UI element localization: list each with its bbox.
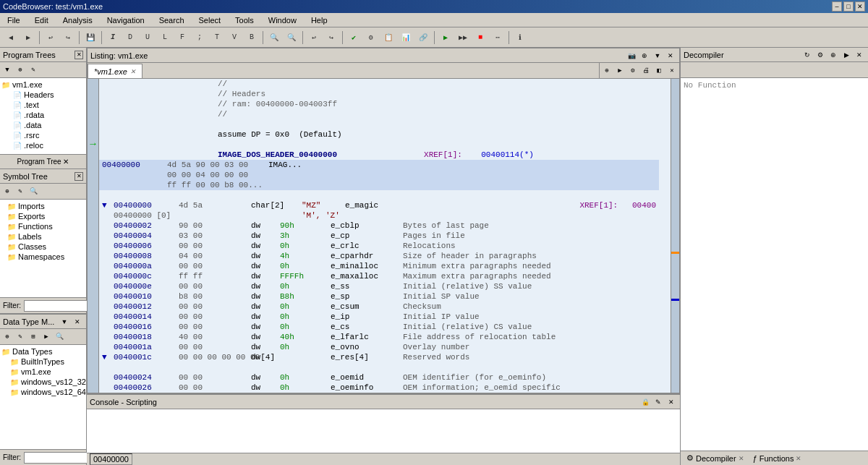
symbol-classes[interactable]: 📁 Classes — [1, 242, 85, 252]
decompiler-tab-functions[interactable]: ƒ Functions ✕ — [750, 453, 805, 464]
dc-btn3[interactable]: ⊕ — [827, 49, 839, 61]
lt-6[interactable]: ✕ — [666, 65, 678, 77]
tb-v[interactable]: V — [226, 30, 242, 46]
tb-redo2[interactable]: ↪ — [323, 30, 339, 46]
symbol-tree-close[interactable]: ✕ — [75, 172, 83, 181]
tab-vm1exe[interactable]: *vm1.exe ✕ — [88, 64, 142, 78]
tab-close-icon[interactable]: ✕ — [130, 68, 136, 75]
symbol-exports[interactable]: 📁 Exports — [1, 211, 85, 221]
menu-select[interactable]: Select — [195, 14, 226, 26]
dt-tb-2[interactable]: ✎ — [14, 331, 26, 343]
console-btn-2[interactable]: ✎ — [652, 396, 664, 408]
dc-btn4[interactable]: ▶ — [841, 49, 852, 61]
code-line: 00 00 04 00 00 00 — [99, 170, 659, 180]
tb-l[interactable]: L — [157, 30, 173, 46]
tree-node-rsrc[interactable]: 📄 .rsrc — [1, 130, 85, 140]
tb-more[interactable]: ⋯ — [490, 30, 506, 46]
dc-tab-close[interactable]: ✕ — [739, 455, 744, 462]
program-trees-close[interactable]: ✕ — [75, 51, 83, 59]
listing-code-area[interactable]: // // Headers // ram: 00400000-004003ff … — [99, 79, 671, 393]
lt-3[interactable]: ⚙ — [627, 65, 639, 77]
tb-img4[interactable]: 🔗 — [415, 30, 431, 46]
dt-tb-1[interactable]: ⊕ — [1, 331, 13, 343]
symbol-functions[interactable]: 📁 Functions — [1, 221, 85, 231]
tb-search2[interactable]: 🔍 — [284, 30, 299, 46]
lt-2[interactable]: ▶ — [614, 65, 626, 77]
pt-tb-2[interactable]: ⊕ — [14, 64, 26, 76]
lt-1[interactable]: ⊕ — [601, 65, 613, 77]
tb-img3[interactable]: 📊 — [398, 30, 414, 46]
tree-node-headers[interactable]: 📄 Headers — [1, 90, 85, 100]
tb-undo2[interactable]: ↩ — [306, 30, 322, 46]
forward-button[interactable]: ▶ — [20, 30, 36, 46]
lt-4[interactable]: 🖨 — [640, 65, 652, 77]
minimize-button[interactable]: – — [832, 1, 842, 12]
save-button[interactable]: 💾 — [82, 30, 98, 46]
menu-window[interactable]: Window — [264, 14, 301, 26]
pt-tb-1[interactable]: ▼ — [1, 64, 13, 76]
menu-search[interactable]: Search — [155, 14, 189, 26]
dt-tb-5[interactable]: 🔍 — [54, 331, 65, 343]
tree-node-data[interactable]: 📄 .data — [1, 120, 85, 130]
tree-node-text[interactable]: 📄 .text — [1, 100, 85, 110]
tree-node-vmexe[interactable]: 📁 vm1.exe — [1, 80, 85, 90]
menu-edit[interactable]: Edit — [30, 14, 53, 26]
maximize-button[interactable]: □ — [843, 1, 854, 12]
dt-node-vs12-32[interactable]: 📁 windows_vs12_32 — [1, 377, 85, 387]
dt-tb-3[interactable]: ⊞ — [27, 331, 39, 343]
tb-b[interactable]: B — [244, 30, 260, 46]
tb-p[interactable]: ; — [192, 30, 208, 46]
symbol-labels[interactable]: 📁 Labels — [1, 231, 85, 242]
symbol-namespaces[interactable]: 📁 Namespaces — [1, 252, 85, 262]
decompiler-tab-main[interactable]: ⚙ Decompiler ✕ — [684, 453, 747, 464]
st-tb-1[interactable]: ⊕ — [1, 186, 13, 197]
fn-tab-close[interactable]: ✕ — [796, 455, 801, 462]
listing-snapshot[interactable]: 📷 — [626, 50, 637, 61]
st-tb-2[interactable]: ✎ — [14, 186, 26, 197]
menu-navigation[interactable]: Navigation — [103, 14, 149, 26]
tb-i[interactable]: I — [105, 30, 121, 46]
undo-button[interactable]: ↩ — [43, 30, 59, 46]
console-btn-3[interactable]: ✕ — [665, 396, 677, 408]
tb-f[interactable]: F — [174, 30, 190, 46]
tree-node-reloc[interactable]: 📄 .reloc — [1, 140, 85, 150]
pt-tb-3[interactable]: ✎ — [27, 64, 39, 76]
tb-img1[interactable]: ⚙ — [363, 30, 379, 46]
tb-d[interactable]: D — [122, 30, 138, 46]
dt-expand[interactable]: ▼ — [59, 316, 70, 328]
dt-tb-4[interactable]: ▶ — [41, 331, 52, 343]
dt-node-datatypes[interactable]: 📁 Data Types — [1, 346, 85, 357]
console-content[interactable] — [87, 409, 680, 453]
close-button[interactable]: ✕ — [855, 1, 865, 12]
dc-close[interactable]: ✕ — [854, 49, 865, 61]
tb-run2[interactable]: ▶▶ — [455, 30, 471, 46]
listing-clone[interactable]: ⊕ — [639, 50, 650, 61]
tb-run[interactable]: ▶ — [438, 30, 454, 46]
tb-stop[interactable]: ■ — [472, 30, 488, 46]
back-button[interactable]: ◀ — [3, 30, 19, 46]
menu-help[interactable]: Help — [307, 14, 332, 26]
tb-u[interactable]: U — [140, 30, 156, 46]
tb-info[interactable]: ℹ — [512, 30, 528, 46]
dc-options[interactable]: ⚙ — [814, 49, 826, 61]
dt-close[interactable]: ✕ — [72, 316, 83, 328]
dt-node-vs12-64[interactable]: 📁 windows_vs12_64 — [1, 387, 85, 397]
dc-refresh[interactable]: ↻ — [801, 49, 813, 61]
listing-options[interactable]: ▼ — [652, 50, 663, 61]
lt-5[interactable]: ◧ — [653, 65, 665, 77]
tree-node-rdata[interactable]: 📄 .rdata — [1, 110, 85, 120]
tb-t[interactable]: T — [209, 30, 225, 46]
menu-analysis[interactable]: Analysis — [59, 14, 97, 26]
redo-button[interactable]: ↪ — [60, 30, 76, 46]
tb-img2[interactable]: 📋 — [380, 30, 396, 46]
listing-close[interactable]: ✕ — [665, 50, 676, 61]
dt-node-builtin[interactable]: 📁 BuiltInTypes — [1, 357, 85, 367]
console-btn-1[interactable]: 🔒 — [639, 396, 651, 408]
st-tb-3[interactable]: 🔍 — [27, 186, 39, 197]
tb-check[interactable]: ✔ — [346, 30, 362, 46]
menu-file[interactable]: File — [3, 14, 25, 26]
dt-node-vmexe[interactable]: 📁 vm1.exe — [1, 367, 85, 377]
tb-search1[interactable]: 🔍 — [266, 30, 282, 46]
menu-tools[interactable]: Tools — [231, 14, 258, 26]
symbol-imports[interactable]: 📁 Imports — [1, 201, 85, 211]
